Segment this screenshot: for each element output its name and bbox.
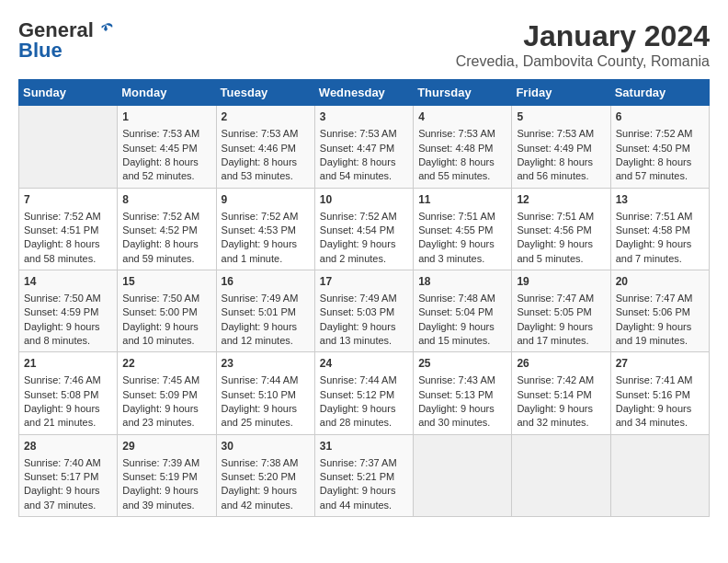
- day-info: Sunrise: 7:53 AM: [517, 127, 605, 141]
- day-number: 4: [418, 109, 506, 125]
- calendar-cell: 23Sunrise: 7:44 AMSunset: 5:10 PMDayligh…: [216, 352, 314, 434]
- day-info: Sunrise: 7:47 AM: [616, 292, 704, 305]
- day-info: Sunrise: 7:41 AM: [616, 373, 704, 387]
- day-info: and 44 minutes.: [320, 499, 408, 512]
- calendar-title: January 2024: [456, 18, 710, 53]
- day-info: and 19 minutes.: [616, 334, 704, 348]
- calendar-cell: 3Sunrise: 7:53 AMSunset: 4:47 PMDaylight…: [314, 106, 413, 188]
- calendar-cell: 9Sunrise: 7:52 AMSunset: 4:53 PMDaylight…: [216, 188, 314, 270]
- calendar-cell: 14Sunrise: 7:50 AMSunset: 4:59 PMDayligh…: [19, 270, 118, 352]
- day-number: 2: [222, 109, 310, 125]
- week-row-4: 21Sunrise: 7:46 AMSunset: 5:08 PMDayligh…: [19, 352, 710, 434]
- calendar-cell: 31Sunrise: 7:37 AMSunset: 5:21 PMDayligh…: [314, 434, 413, 516]
- day-info: Daylight: 9 hours: [320, 320, 408, 334]
- day-number: 31: [320, 439, 408, 454]
- day-info: and 56 minutes.: [517, 169, 605, 183]
- day-info: Daylight: 9 hours: [616, 237, 704, 251]
- day-info: Sunset: 4:56 PM: [517, 224, 605, 237]
- day-number: 16: [222, 274, 310, 290]
- day-info: Daylight: 9 hours: [24, 402, 112, 416]
- day-info: Sunset: 4:50 PM: [616, 142, 704, 155]
- day-info: Sunrise: 7:47 AM: [517, 292, 605, 305]
- day-header-thursday: Thursday: [414, 80, 512, 106]
- day-info: Sunrise: 7:38 AM: [222, 456, 310, 470]
- day-info: Daylight: 9 hours: [122, 320, 210, 334]
- calendar-subtitle: Crevedia, Dambovita County, Romania: [456, 53, 710, 70]
- day-info: and 55 minutes.: [418, 169, 506, 183]
- calendar-cell: 5Sunrise: 7:53 AMSunset: 4:49 PMDaylight…: [512, 106, 610, 188]
- day-number: 28: [24, 439, 112, 454]
- day-info: and 54 minutes.: [320, 169, 408, 183]
- day-info: Daylight: 8 hours: [222, 155, 310, 169]
- day-info: Sunrise: 7:49 AM: [222, 292, 310, 305]
- calendar-cell: 7Sunrise: 7:52 AMSunset: 4:51 PMDaylight…: [19, 188, 118, 270]
- day-info: and 37 minutes.: [24, 499, 112, 512]
- calendar-cell: [610, 434, 709, 516]
- day-info: Sunrise: 7:52 AM: [24, 210, 112, 224]
- day-info: Daylight: 9 hours: [517, 320, 605, 334]
- day-number: 7: [24, 192, 112, 208]
- day-info: Sunrise: 7:53 AM: [222, 127, 310, 141]
- day-number: 25: [418, 356, 506, 372]
- day-info: Daylight: 8 hours: [24, 237, 112, 251]
- day-info: Daylight: 9 hours: [418, 320, 506, 334]
- day-info: Sunset: 5:21 PM: [320, 470, 408, 484]
- day-info: Sunset: 5:17 PM: [24, 470, 112, 484]
- day-info: Sunset: 4:46 PM: [222, 142, 310, 155]
- calendar-cell: 10Sunrise: 7:52 AMSunset: 4:54 PMDayligh…: [314, 188, 413, 270]
- calendar-cell: 18Sunrise: 7:48 AMSunset: 5:04 PMDayligh…: [414, 270, 512, 352]
- day-info: and 34 minutes.: [616, 416, 704, 430]
- day-info: Sunrise: 7:45 AM: [122, 373, 210, 387]
- calendar-cell: 20Sunrise: 7:47 AMSunset: 5:06 PMDayligh…: [610, 270, 709, 352]
- calendar-cell: 13Sunrise: 7:51 AMSunset: 4:58 PMDayligh…: [610, 188, 709, 270]
- calendar-cell: 27Sunrise: 7:41 AMSunset: 5:16 PMDayligh…: [610, 352, 709, 434]
- day-info: Sunrise: 7:39 AM: [122, 456, 210, 470]
- day-number: 27: [616, 356, 704, 372]
- day-info: Daylight: 9 hours: [222, 320, 310, 334]
- day-info: Sunrise: 7:53 AM: [122, 127, 210, 141]
- day-number: 19: [517, 274, 605, 290]
- day-number: 30: [222, 439, 310, 454]
- calendar-cell: 1Sunrise: 7:53 AMSunset: 4:45 PMDaylight…: [118, 106, 216, 188]
- day-info: Sunrise: 7:49 AM: [320, 292, 408, 305]
- day-info: Daylight: 9 hours: [222, 402, 310, 416]
- day-info: Sunset: 4:55 PM: [418, 224, 506, 237]
- day-number: 12: [517, 192, 605, 208]
- logo-blue-text: Blue: [18, 39, 63, 63]
- day-info: and 7 minutes.: [616, 252, 704, 266]
- week-row-5: 28Sunrise: 7:40 AMSunset: 5:17 PMDayligh…: [19, 434, 710, 516]
- day-number: 29: [122, 439, 210, 454]
- day-info: and 23 minutes.: [122, 416, 210, 430]
- day-info: and 21 minutes.: [24, 416, 112, 430]
- day-info: Sunrise: 7:40 AM: [24, 456, 112, 470]
- day-info: Sunrise: 7:42 AM: [517, 373, 605, 387]
- day-info: and 10 minutes.: [122, 334, 210, 348]
- day-info: Sunset: 4:53 PM: [222, 224, 310, 237]
- day-header-monday: Monday: [118, 80, 216, 106]
- day-info: and 32 minutes.: [517, 416, 605, 430]
- day-info: Daylight: 8 hours: [320, 155, 408, 169]
- day-info: Sunset: 4:47 PM: [320, 142, 408, 155]
- day-info: Sunrise: 7:44 AM: [222, 373, 310, 387]
- day-info: Daylight: 9 hours: [122, 484, 210, 498]
- calendar-cell: 4Sunrise: 7:53 AMSunset: 4:48 PMDaylight…: [414, 106, 512, 188]
- day-number: 3: [320, 109, 408, 125]
- day-info: and 28 minutes.: [320, 416, 408, 430]
- day-info: Sunset: 5:03 PM: [320, 305, 408, 319]
- day-info: and 58 minutes.: [24, 252, 112, 266]
- day-info: Daylight: 9 hours: [320, 484, 408, 498]
- day-info: Daylight: 9 hours: [418, 402, 506, 416]
- day-info: Sunrise: 7:37 AM: [320, 456, 408, 470]
- day-info: Sunrise: 7:52 AM: [616, 127, 704, 141]
- day-info: Sunrise: 7:50 AM: [24, 292, 112, 305]
- day-info: Daylight: 9 hours: [122, 402, 210, 416]
- day-info: Sunset: 5:19 PM: [122, 470, 210, 484]
- calendar-cell: 30Sunrise: 7:38 AMSunset: 5:20 PMDayligh…: [216, 434, 314, 516]
- calendar-cell: 12Sunrise: 7:51 AMSunset: 4:56 PMDayligh…: [512, 188, 610, 270]
- day-info: and 1 minute.: [222, 252, 310, 266]
- logo: General Blue: [18, 18, 116, 63]
- day-info: and 52 minutes.: [122, 169, 210, 183]
- calendar-cell: 21Sunrise: 7:46 AMSunset: 5:08 PMDayligh…: [19, 352, 118, 434]
- day-header-sunday: Sunday: [19, 80, 118, 106]
- day-number: 14: [24, 274, 112, 290]
